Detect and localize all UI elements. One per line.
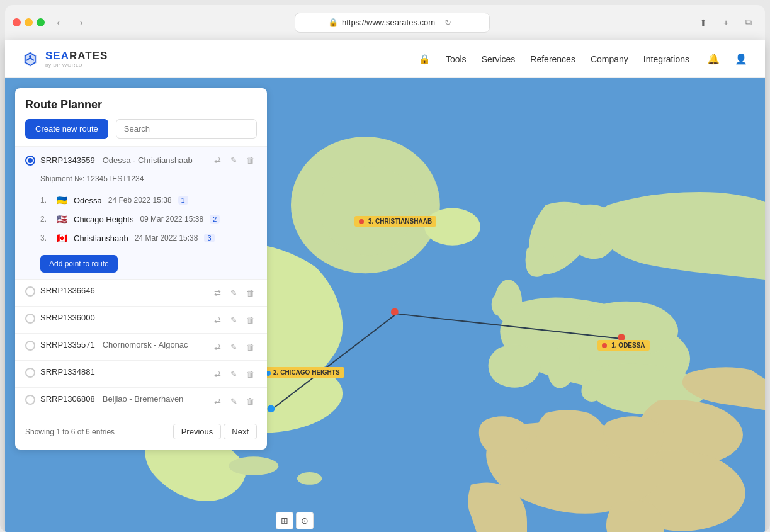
svg-point-4 [297, 472, 322, 485]
stop-num-3: 3. [40, 234, 50, 242]
nav-integrations[interactable]: Integrations [643, 54, 689, 64]
map-ctrl-2[interactable]: ⊙ [296, 512, 314, 529]
delete-1334881-button[interactable]: 🗑 [243, 367, 257, 381]
maximize-button[interactable] [37, 18, 45, 26]
stop-name-2: Chicago Heights [74, 215, 133, 224]
route-id-1336646: SRRP1336646 [40, 286, 95, 295]
route-panel: Route Planner Create new route SRRP13435… [15, 88, 267, 450]
stop-date-3: 24 Mar 2022 15:38 [135, 234, 198, 242]
stop-date-1: 24 Feb 2022 15:38 [108, 196, 172, 205]
add-point-button[interactable]: Add point to route [40, 255, 118, 273]
minimize-button[interactable] [25, 18, 33, 26]
nav-tools[interactable]: Tools [446, 54, 467, 64]
browser-actions: ⬆ + ⧉ [694, 14, 757, 31]
share-1336000-button[interactable]: ⇄ [210, 313, 224, 327]
new-tab-button[interactable]: + [717, 14, 735, 31]
panel-title: Route Planner [25, 98, 257, 111]
route-id-1335571: SRRP1335571 [40, 340, 95, 349]
route-id-1306808: SRRP1306808 [40, 394, 95, 404]
search-input[interactable] [116, 119, 257, 139]
panel-toolbar: Create new route [25, 119, 257, 139]
stop-name-1: Odessa [74, 196, 102, 205]
expanded-route-actions: ⇄ ✎ 🗑 [210, 153, 257, 167]
route-entry-1335571: SRRP1335571 Chornomorsk - Algonac ⇄ ✎ 🗑 [15, 333, 267, 360]
stop-flag-3: 🇨🇦 [57, 233, 67, 243]
panel-header: Route Planner Create new route [15, 88, 267, 146]
main-content: 3. CHRISTIANSHAAB 2. CHICAGO HEIGHTS 1. … [5, 78, 765, 532]
edit-1336000-button[interactable]: ✎ [227, 313, 241, 327]
map-ctrl-1[interactable]: ⊞ [276, 512, 293, 529]
route-actions-5: ⇄ ✎ 🗑 [210, 394, 257, 408]
next-button[interactable]: Next [224, 424, 257, 439]
create-route-button[interactable]: Create new route [25, 119, 108, 139]
delete-1306808-button[interactable]: 🗑 [243, 394, 257, 408]
back-button[interactable]: ‹ [50, 14, 67, 31]
share-route-button[interactable]: ⇄ [210, 153, 224, 167]
route-id-1334881: SRRP1334881 [40, 367, 95, 376]
logo-sub: by DP WORLD [45, 62, 108, 68]
user-button[interactable]: 👤 [732, 50, 750, 68]
notification-button[interactable]: 🔔 [705, 50, 722, 68]
share-1334881-button[interactable]: ⇄ [210, 367, 224, 381]
share-1335571-button[interactable]: ⇄ [210, 340, 224, 354]
route-entry-1336000: SRRP1336000 ⇄ ✎ 🗑 [15, 306, 267, 333]
route-circle-2 [25, 314, 35, 324]
sidebar-toggle-button[interactable]: ⧉ [740, 14, 757, 31]
route-actions-3: ⇄ ✎ 🗑 [210, 340, 257, 354]
svg-point-0 [29, 55, 31, 58]
svg-point-12 [391, 308, 399, 315]
shipment-info: Shipment №: 12345TEST1234 [25, 172, 144, 188]
address-bar[interactable]: 🔒 https://www.searates.com ↻ [295, 13, 490, 33]
share-button[interactable]: ⬆ [694, 14, 712, 31]
stop-flag-1: 🇺🇦 [57, 195, 67, 205]
app-window: SEA RATES by DP WORLD 🔒 Tools Services R… [5, 40, 765, 532]
logo-icon [20, 49, 40, 69]
nav-references[interactable]: References [530, 54, 575, 64]
nav-company[interactable]: Company [591, 54, 628, 64]
expanded-route-entry: SRRP1343559 Odessa - Christianshaab ⇄ ✎ … [15, 146, 267, 279]
top-nav: SEA RATES by DP WORLD 🔒 Tools Services R… [5, 40, 765, 78]
close-button[interactable] [13, 18, 21, 26]
logo-rates: RATES [69, 50, 108, 62]
edit-route-button[interactable]: ✎ [227, 153, 241, 167]
edit-1306808-button[interactable]: ✎ [227, 394, 241, 408]
route-circle-1 [25, 286, 35, 297]
forward-button[interactable]: › [72, 14, 90, 31]
browser-chrome: ‹ › 🔒 https://www.searates.com ↻ ⬆ + ⧉ [5, 5, 765, 40]
delete-1336000-button[interactable]: 🗑 [243, 313, 257, 327]
share-1336646-button[interactable]: ⇄ [210, 286, 224, 300]
route-stop-2: 2. 🇺🇸 Chicago Heights 09 Mar 2022 15:38 … [25, 212, 220, 226]
panel-footer: Showing 1 to 6 of 6 entries Previous Nex… [15, 417, 267, 444]
previous-button[interactable]: Previous [173, 424, 222, 439]
map-controls: ⊞ ⊙ [276, 512, 314, 529]
route-stop-3: 3. 🇨🇦 Christianshaab 24 Mar 2022 15:38 3 [25, 231, 215, 245]
svg-point-11 [267, 405, 275, 412]
delete-route-button[interactable]: 🗑 [243, 153, 257, 167]
route-name-1335571: Chornomorsk - Algonac [103, 340, 188, 349]
delete-1336646-button[interactable]: 🗑 [243, 286, 257, 300]
edit-1336646-button[interactable]: ✎ [227, 286, 241, 300]
stop-name-3: Christianshaab [74, 234, 128, 243]
edit-1335571-button[interactable]: ✎ [227, 340, 241, 354]
route-actions-1: ⇄ ✎ 🗑 [210, 286, 257, 300]
share-1306808-button[interactable]: ⇄ [210, 394, 224, 408]
route-id-1336000: SRRP1336000 [40, 313, 95, 322]
pagination-buttons: Previous Next [173, 424, 257, 439]
traffic-lights [13, 18, 45, 26]
route-name-1306808: Beijiao - Bremerhaven [103, 394, 184, 404]
logo-sea: SEA [45, 50, 69, 62]
stop-badge-1: 1 [178, 196, 188, 205]
edit-1334881-button[interactable]: ✎ [227, 367, 241, 381]
stop-date-2: 09 Mar 2022 15:38 [140, 215, 203, 224]
svg-point-3 [229, 456, 278, 475]
nav-services[interactable]: Services [482, 54, 516, 64]
stop-flag-2: 🇺🇸 [57, 214, 67, 224]
stop-num-2: 2. [40, 215, 50, 224]
route-entry-1336646: SRRP1336646 ⇄ ✎ 🗑 [15, 279, 267, 306]
expanded-route-name: Odessa - Christianshaab [103, 156, 193, 165]
route-circle-4 [25, 368, 35, 378]
delete-1335571-button[interactable]: 🗑 [243, 340, 257, 354]
reload-button[interactable]: ↻ [439, 14, 456, 31]
url-text: https://www.searates.com [342, 18, 435, 27]
odessa-label: 1. ODESSA [597, 340, 649, 351]
